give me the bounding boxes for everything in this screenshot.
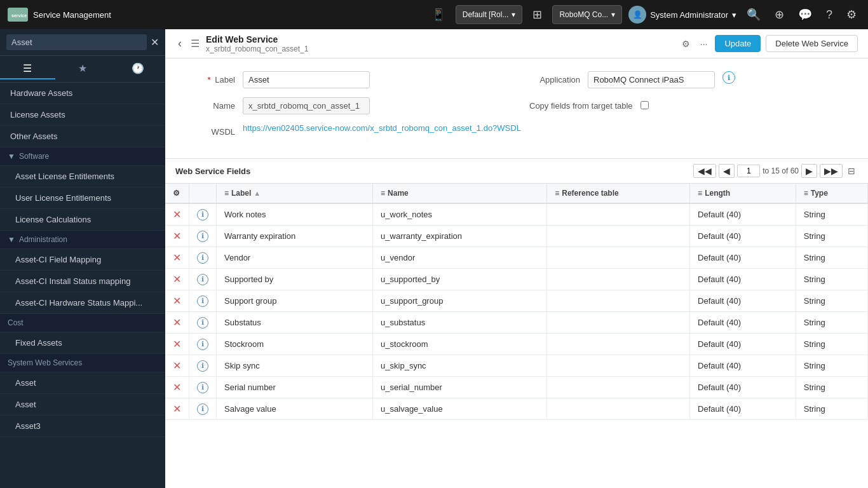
update-button[interactable]: Update (715, 35, 761, 52)
sidebar-item-fixed-assets[interactable]: Fixed Assets (0, 332, 165, 354)
last-page-btn[interactable]: ▶▶ (820, 164, 843, 178)
filter-settings-icon[interactable]: ⚙ (679, 37, 693, 50)
user-menu[interactable]: 👤 System Administrator ▾ (628, 6, 736, 24)
delete-row-btn[interactable]: ✕ (165, 226, 189, 247)
sidebar-content: Hardware Assets License Assets Other Ass… (0, 83, 165, 488)
back-button[interactable]: ‹ (175, 34, 184, 53)
row-name: u_supported_by (373, 269, 547, 290)
breadcrumb-sub: x_srbtd_robomq_con_asset_1 (206, 44, 673, 53)
sidebar-item-asset-1[interactable]: Asset (0, 372, 165, 394)
info-row-btn[interactable]: ℹ (189, 290, 217, 312)
copy-fields-checkbox[interactable] (641, 101, 649, 109)
info-row-btn[interactable]: ℹ (189, 203, 217, 226)
form-row-name-copy: Name Copy fields from target table (184, 97, 849, 114)
delete-row-btn[interactable]: ✕ (165, 312, 189, 334)
info-row-btn[interactable]: ℹ (189, 226, 217, 247)
windows-icon-btn[interactable]: ⊞ (529, 5, 546, 24)
row-length: Default (40) (690, 290, 796, 312)
delete-row-btn[interactable]: ✕ (165, 334, 189, 355)
sidebar-item-asset-ci-hardware[interactable]: Asset-CI Hardware Status Mappi... (0, 292, 165, 314)
search-icon-btn[interactable]: 🔍 (743, 5, 764, 24)
delete-row-btn[interactable]: ✕ (165, 269, 189, 290)
row-ref-table (547, 269, 690, 290)
table-row: ✕ ℹ Substatus u_substatus Default (40) S… (165, 312, 868, 334)
svg-text:servicenow: servicenow (11, 13, 27, 18)
chat-icon-btn[interactable]: 💬 (794, 5, 816, 24)
info-row-btn[interactable]: ℹ (189, 312, 217, 334)
form-row-wsdl: WSDL https://ven02405.service-now.com/x_… (184, 123, 849, 137)
sidebar-item-asset-ci-install[interactable]: Asset-CI Install Status mapping (0, 271, 165, 292)
sidebar-item-user-license[interactable]: User License Entitlements (0, 187, 165, 209)
next-page-btn[interactable]: ▶ (801, 164, 817, 178)
info-row-btn[interactable]: ℹ (189, 377, 217, 398)
row-ref-table (547, 355, 690, 377)
fields-table: ⚙ ≡ Label ▲ (165, 184, 868, 420)
phone-icon-btn[interactable]: 📱 (428, 5, 449, 24)
sidebar-item-license-assets[interactable]: License Assets (0, 104, 165, 126)
table-settings-icon[interactable]: ⊟ (845, 165, 858, 177)
sidebar-item-asset3[interactable]: Asset3 (0, 416, 165, 437)
col-length-header: ≡ Length (690, 184, 796, 203)
settings-icon-btn[interactable]: ⚙ (843, 5, 860, 24)
info-row-btn[interactable]: ℹ (189, 247, 217, 269)
plus-icon-btn[interactable]: ⊕ (771, 5, 788, 24)
sidebar-item-asset-2[interactable]: Asset (0, 394, 165, 416)
sidebar-section-sws: System Web Services (0, 354, 165, 372)
info-row-btn[interactable]: ℹ (189, 269, 217, 290)
sidebar-item-license-calc[interactable]: License Calculations (0, 209, 165, 231)
app-name: Service Management (33, 10, 111, 20)
form-group-wsdl: WSDL https://ven02405.service-now.com/x_… (184, 123, 849, 137)
delete-row-btn[interactable]: ✕ (165, 290, 189, 312)
sidebar-item-other-assets[interactable]: Other Assets (0, 126, 165, 147)
robomq-btn[interactable]: RoboMQ Co... ▾ (552, 5, 622, 24)
table-row: ✕ ℹ Work notes u_work_notes Default (40)… (165, 203, 868, 226)
row-type: String (796, 269, 867, 290)
col-type-header: ≡ Type (796, 184, 867, 203)
web-service-fields-table: Web Service Fields ◀◀ ◀ to 15 of 60 ▶ ▶▶… (165, 159, 868, 488)
application-info-icon[interactable]: ℹ (722, 71, 735, 84)
chevron-down-icon: ▼ (8, 152, 15, 161)
delete-row-btn[interactable]: ✕ (165, 355, 189, 377)
search-clear-icon[interactable]: ✕ (151, 36, 159, 48)
sidebar-tab-history[interactable]: 🕐 (110, 58, 165, 79)
prev-page-btn[interactable]: ◀ (719, 164, 735, 178)
col-label-header: ≡ Label ▲ (217, 184, 373, 203)
sort-asc-icon[interactable]: ▲ (254, 189, 261, 197)
page-number-input[interactable] (737, 165, 760, 177)
table-row: ✕ ℹ Support group u_support_group Defaul… (165, 290, 868, 312)
label-input[interactable] (243, 71, 370, 88)
sidebar-tab-list[interactable]: ☰ (0, 58, 55, 79)
sidebar-section-administration[interactable]: ▼ Administration (0, 231, 165, 249)
sidebar-tab-favorites[interactable]: ★ (55, 58, 111, 79)
first-page-btn[interactable]: ◀◀ (693, 164, 716, 178)
delete-row-btn[interactable]: ✕ (165, 377, 189, 398)
gear-icon[interactable]: ⚙ (173, 189, 180, 198)
main-content: ‹ ☰ Edit Web Service x_srbtd_robomq_con_… (165, 29, 868, 488)
row-length: Default (40) (690, 334, 796, 355)
delete-row-btn[interactable]: ✕ (165, 247, 189, 269)
info-row-btn[interactable]: ℹ (189, 355, 217, 377)
wsdl-link[interactable]: https://ven02405.service-now.com/x_srbtd… (243, 123, 521, 133)
sidebar-item-hardware-assets[interactable]: Hardware Assets (0, 83, 165, 104)
search-input[interactable] (6, 34, 147, 50)
help-icon-btn[interactable]: ? (822, 6, 836, 24)
row-type: String (796, 334, 867, 355)
delete-web-service-button[interactable]: Delete Web Service (766, 35, 858, 52)
row-label: Skip sync (217, 355, 373, 377)
more-options-icon[interactable]: ··· (698, 37, 710, 50)
info-row-btn[interactable]: ℹ (189, 334, 217, 355)
delete-row-btn[interactable]: ✕ (165, 203, 189, 226)
application-input[interactable] (588, 71, 715, 88)
sidebar-item-asset-license[interactable]: Asset License Entitlements (0, 166, 165, 187)
sidebar-section-software[interactable]: ▼ Software (0, 147, 165, 166)
label-field-label: * Label (184, 71, 235, 85)
row-type: String (796, 203, 867, 226)
sidebar-item-asset-ci-field[interactable]: Asset-CI Field Mapping (0, 249, 165, 271)
info-row-btn[interactable]: ℹ (189, 398, 217, 420)
row-name: u_support_group (373, 290, 547, 312)
section-label: Cost (8, 318, 24, 327)
delete-row-btn[interactable]: ✕ (165, 398, 189, 420)
default-role-btn[interactable]: Default [Rol... ▾ (456, 5, 523, 24)
sidebar-section-cost: Cost (0, 314, 165, 332)
row-type: String (796, 247, 867, 269)
